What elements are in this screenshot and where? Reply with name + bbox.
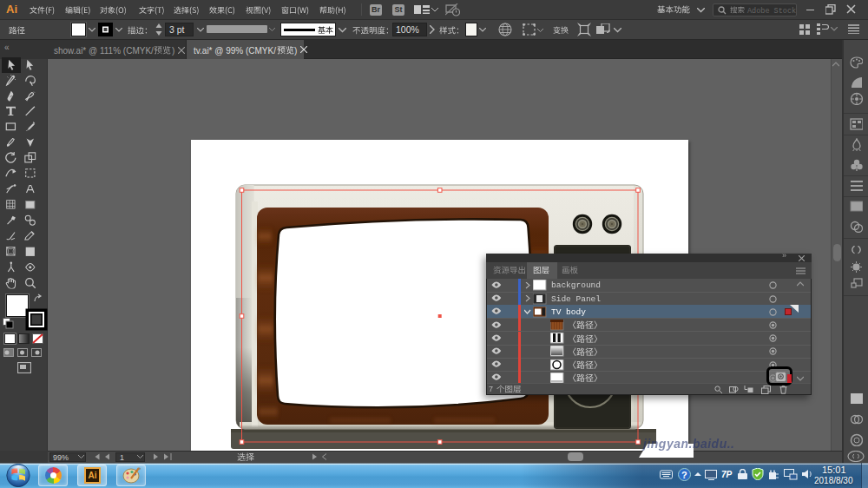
svg-text:?: ? [681,470,687,480]
